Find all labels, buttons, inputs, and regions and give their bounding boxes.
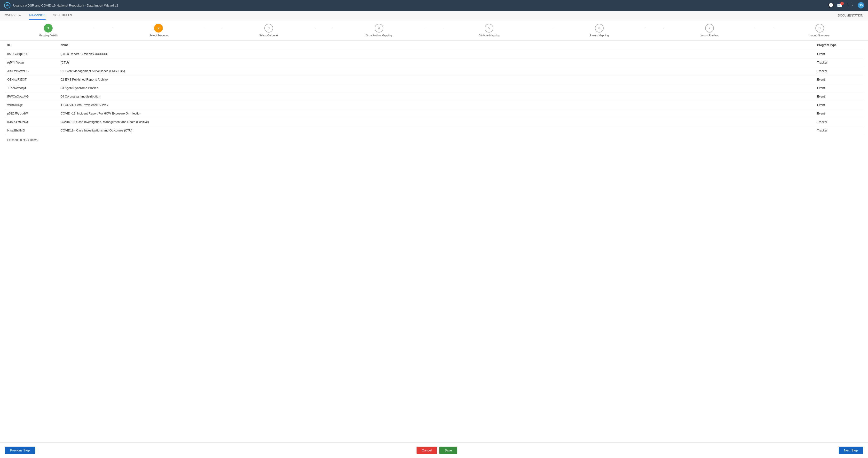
cell-name: (CTC) Report- Bi Weekly-XXXXXX	[61, 52, 817, 56]
table-row[interactable]: JRuLW57woOB 01 Event Management Surveill…	[5, 67, 863, 76]
cell-program-type: Event	[817, 52, 861, 56]
cell-id: K4MK4Y99zRJ	[7, 120, 61, 124]
step-connector-3	[314, 28, 333, 28]
cell-program-type: Event	[817, 78, 861, 81]
step-7-label: Import Preview	[701, 34, 718, 37]
step-5-label: Attribute Mapping	[478, 34, 499, 37]
user-avatar[interactable]: SS	[858, 2, 864, 8]
cell-program-type: Event	[817, 103, 861, 107]
save-button[interactable]: Save	[439, 447, 457, 450]
step-connector-7	[755, 28, 774, 28]
cell-id: vclBbllu4gx	[7, 103, 61, 107]
cell-name: 01 Event Management Surveillance (EMS-EB…	[61, 69, 817, 73]
table-row[interactable]: vclBbllu4gx 11 COVID Sero-Prevalence Sur…	[5, 101, 863, 109]
cell-id: TTaZ6Wcoqkf	[7, 86, 61, 90]
col-header-program-type: Program Type	[817, 44, 861, 47]
step-connector-6	[645, 28, 664, 28]
table-row[interactable]: p5E5JPyUudW COVID -19: Incident Report F…	[5, 109, 863, 118]
step-connector-5	[535, 28, 554, 28]
cell-name: COVID -19: Incident Report For HCW Expos…	[61, 112, 817, 115]
cell-id: 0MUS28q4RuU	[7, 52, 61, 56]
step-1-circle: 1	[44, 24, 53, 32]
table-row[interactable]: iPWCnOovxMG 04 Corona variant distributi…	[5, 92, 863, 101]
step-6-label: Events Mapping	[590, 34, 609, 37]
step-8-circle: 8	[815, 24, 824, 32]
step-3-circle: 3	[265, 24, 273, 32]
step-connector-2	[205, 28, 223, 28]
step-2-circle: 2	[154, 24, 163, 32]
cell-program-type: Tracker	[817, 129, 861, 132]
cancel-button[interactable]: Cancel	[416, 447, 437, 450]
center-buttons: Cancel Save	[416, 447, 457, 450]
next-step-button[interactable]: Next Step	[839, 447, 863, 450]
fetch-info: Fetched 20 of 24 Rows.	[5, 135, 863, 145]
step-3[interactable]: 3 Select Outbreak	[223, 24, 314, 37]
cell-id: iPWCnOovxMG	[7, 95, 61, 98]
step-4-circle: 4	[375, 24, 383, 32]
table-row[interactable]: rqPYihYetan (CTU) Tracker	[5, 58, 863, 67]
table-row[interactable]: HfsajBhUM5I COVID19 - Case Investigation…	[5, 126, 863, 135]
cell-name: 02 EMS Published Reports Archive	[61, 78, 817, 81]
table-body: 0MUS28q4RuU (CTC) Report- Bi Weekly-XXXX…	[5, 50, 863, 135]
cell-id: OZHiscF3D3T	[7, 78, 61, 81]
table-row[interactable]: TTaZ6Wcoqkf 03 Agent/Syndrome Profiles E…	[5, 84, 863, 92]
cell-program-type: Event	[817, 112, 861, 115]
cell-id: JRuLW57woOB	[7, 69, 61, 73]
subnav-overview[interactable]: OVERVIEW	[5, 11, 21, 20]
step-connector-4	[425, 28, 443, 28]
cell-program-type: Tracker	[817, 120, 861, 124]
step-4-label: Organisation Mapping	[366, 34, 392, 37]
cell-program-type: Event	[817, 95, 861, 98]
cell-name: 04 Corona variant distribution	[61, 95, 817, 98]
bottom-bar: Previous Step Cancel Save Next Step	[0, 442, 868, 450]
table-row[interactable]: 0MUS28q4RuU (CTC) Report- Bi Weekly-XXXX…	[5, 50, 863, 58]
subnav: OVERVIEW MAPPINGS SCHEDULES DOCUMENTATIO…	[0, 11, 868, 20]
navbar-right: 💬 ✉️ 2 ⋮⋮ SS	[828, 2, 864, 8]
subnav-documentation[interactable]: DOCUMENTATION	[838, 14, 863, 17]
table-row[interactable]: OZHiscF3D3T 02 EMS Published Reports Arc…	[5, 76, 863, 84]
step-6-circle: 6	[595, 24, 603, 32]
cell-name: (CTU)	[61, 61, 817, 64]
step-4[interactable]: 4 Organisation Mapping	[333, 24, 425, 37]
step-8[interactable]: 8 Import Summary	[774, 24, 866, 37]
navbar: Uganda eIDSR and COVID 19 National Repos…	[0, 0, 868, 11]
mail-icon[interactable]: ✉️ 2	[837, 3, 842, 8]
previous-step-button[interactable]: Previous Step	[5, 447, 35, 450]
cell-program-type: Tracker	[817, 69, 861, 73]
app-logo	[4, 2, 11, 9]
step-6[interactable]: 6 Events Mapping	[554, 24, 645, 37]
subnav-schedules[interactable]: SCHEDULES	[53, 11, 72, 20]
cell-name: 03 Agent/Syndrome Profiles	[61, 86, 817, 90]
main-content: ID Name Program Type 0MUS28q4RuU (CTC) R…	[0, 40, 868, 450]
step-2-label: Select Program	[149, 34, 168, 37]
step-5[interactable]: 5 Attribute Mapping	[443, 24, 535, 37]
table-header: ID Name Program Type	[5, 40, 863, 50]
col-header-id: ID	[7, 44, 61, 47]
cell-program-type: Tracker	[817, 61, 861, 64]
step-connector-1	[94, 28, 113, 28]
cell-id: p5E5JPyUudW	[7, 112, 61, 115]
table-row[interactable]: K4MK4Y99zRJ COVID-19: Case Investigation…	[5, 118, 863, 126]
mail-badge: 2	[840, 2, 844, 5]
chat-icon[interactable]: 💬	[828, 3, 834, 8]
steps-wizard: 1 Mapping Details 2 Select Program 3 Sel…	[0, 20, 868, 40]
step-7[interactable]: 7 Import Preview	[663, 24, 755, 37]
step-2[interactable]: 2 Select Program	[113, 24, 205, 37]
step-1[interactable]: 1 Mapping Details	[2, 24, 94, 37]
cell-id: rqPYihYetan	[7, 61, 61, 64]
cell-id: HfsajBhUM5I	[7, 129, 61, 132]
cell-name: 11 COVID Sero-Prevalence Survey	[61, 103, 817, 107]
step-5-circle: 5	[485, 24, 493, 32]
col-header-name: Name	[61, 44, 817, 47]
step-1-label: Mapping Details	[39, 34, 58, 37]
step-7-circle: 7	[705, 24, 714, 32]
cell-name: COVID-19: Case Investigation, Management…	[61, 120, 817, 124]
cell-name: COVID19 - Case Investigations and Outcom…	[61, 129, 817, 132]
navbar-left: Uganda eIDSR and COVID 19 National Repos…	[4, 2, 118, 9]
subnav-mappings[interactable]: MAPPINGS	[29, 11, 45, 20]
cell-program-type: Event	[817, 86, 861, 90]
app-title: Uganda eIDSR and COVID 19 National Repos…	[13, 4, 118, 7]
subnav-left: OVERVIEW MAPPINGS SCHEDULES	[5, 11, 72, 20]
apps-icon[interactable]: ⋮⋮	[846, 3, 855, 8]
step-8-label: Import Summary	[810, 34, 830, 37]
